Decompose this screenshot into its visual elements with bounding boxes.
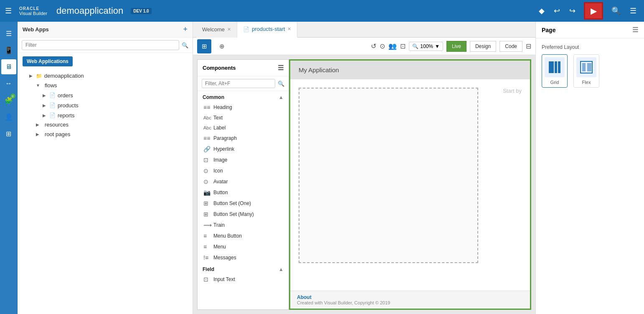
tab-welcome-close[interactable]: ✕ [227,27,231,32]
layout-icon[interactable]: ⊡ [400,42,406,50]
comp-button-set-one-label: Button Set (One) [213,200,251,206]
tab-welcome[interactable]: Welcome ✕ [196,22,237,38]
filter-input[interactable] [22,40,179,50]
comp-button-set-one-icon: ⊞ [203,200,210,207]
tree-folder-icon: 📁 [36,73,42,79]
puzzle-badge: 0 [10,94,15,99]
play-button[interactable]: ▶ [584,2,603,20]
iconbar-mobile[interactable]: 📱 [1,43,16,58]
toolbar-data-btn[interactable]: ⊕ [215,39,229,53]
tree-demoapplication[interactable]: ▶ 📁 demoapplication [18,71,193,80]
expand-icon[interactable]: ⊟ [526,42,531,50]
comp-label-label: Label [213,125,226,131]
comp-input-text-icon: ⊡ [203,276,210,283]
zoom-dropdown-icon[interactable]: ▼ [435,43,440,49]
comp-text[interactable]: Abc Text [198,113,289,123]
tree-arrow-products: ▶ [43,103,49,108]
zoom-search-icon: 🔍 [412,43,418,49]
live-button[interactable]: Live [446,41,467,52]
refresh-icon[interactable]: ↺ [371,42,376,50]
comp-icon[interactable]: ⊙ Icon [198,165,289,176]
undo-icon[interactable]: ↩ [551,4,563,18]
comp-messages[interactable]: !≡ Messages [198,252,289,263]
comp-hyperlink-icon: 🔗 [203,146,210,152]
right-panel: Page ☰ Preferred Layout Grid [535,22,644,314]
comp-train[interactable]: ⟿ Train [198,220,289,230]
canvas-footer-about[interactable]: About [297,294,523,300]
layout-flex-option[interactable]: Flex [573,54,599,88]
comp-input-text[interactable]: ⊡ Input Text [198,274,289,285]
users-icon[interactable]: 👥 [388,42,397,50]
section-field-collapse[interactable]: ▲ [279,266,284,272]
tree-resources-label: resources [45,122,188,128]
components-header: Components ☰ [198,60,289,76]
components-title: Components [203,65,236,71]
comp-paragraph[interactable]: ≡≡ Paragraph [198,133,289,144]
app-title: demoapplication [56,5,123,16]
comp-hyperlink[interactable]: 🔗 Hyperlink [198,144,289,154]
tree-reports-icon: 📄 [49,112,56,118]
tree-resources[interactable]: ▶ resources [18,120,193,129]
tree-arrow-flows: ▼ [36,83,43,88]
right-panel-menu-icon[interactable]: ☰ [632,26,638,34]
editor-area: Components ☰ 🔍 Common ▲ ≡≡ Heading [193,55,535,314]
device-icon[interactable]: ⊙ [380,42,385,50]
iconbar-nav[interactable]: ☰ [1,26,16,41]
section-common-collapse[interactable]: ▲ [279,94,284,100]
tree-orders-icon: 📄 [49,92,56,98]
iconbar-puzzle[interactable]: 🧩 0 [1,93,16,108]
comp-button-set-many-label: Button Set (Many) [213,211,254,217]
comp-label[interactable]: Abc Label [198,123,289,133]
tab-products-start[interactable]: 📄 products-start ✕ [237,22,297,38]
layout-grid-option[interactable]: Grid [542,54,568,88]
code-button[interactable]: Code [499,41,522,52]
tree-reports[interactable]: ▶ 📄 reports + [18,110,193,120]
comp-train-label: Train [213,222,225,228]
iconbar-user[interactable]: 👤 [1,109,16,124]
layout-grid-icon [545,57,565,77]
toolbar-components-btn[interactable]: ⊞ [197,39,211,53]
tree-root-pages[interactable]: ▶ root pages + [18,129,193,139]
tab-products-close[interactable]: ✕ [287,26,291,32]
tree-products[interactable]: ▶ 📄 products + [18,100,193,110]
redo-icon[interactable]: ↪ [567,4,578,18]
section-common-header: Common ▲ [198,91,289,102]
diamond-icon[interactable]: ◆ [536,4,547,18]
search-icon[interactable]: 🔍 [609,4,623,18]
comp-hyperlink-label: Hyperlink [213,146,234,152]
zoom-control[interactable]: 🔍 100% ▼ [409,42,443,51]
preferred-layout-section: Preferred Layout Grid [536,38,644,94]
comp-button-set-many[interactable]: ⊞ Button Set (Many) [198,209,289,220]
comp-heading[interactable]: ≡≡ Heading [198,102,289,113]
comp-avatar[interactable]: ⊙ Avatar [198,176,289,187]
components-filter-input[interactable] [202,79,275,88]
settings-icon[interactable]: ☰ [627,4,639,18]
comp-text-icon: Abc [203,115,210,120]
layout-options: Grid Flex [542,54,638,88]
components-list: Common ▲ ≡≡ Heading Abc Text Abc Label [198,91,289,309]
canvas-drop-zone[interactable] [299,88,478,263]
comp-menu-button[interactable]: ≡ Menu Button [198,230,289,241]
tree-arrow-root-pages: ▶ [36,132,43,137]
comp-button-set-one[interactable]: ⊞ Button Set (One) [198,198,289,209]
toolbar: ⊞ ⊕ ↺ ⊙ 👥 ⊡ 🔍 100% ▼ Live Design Code ⊟ [193,38,535,55]
components-menu-icon[interactable]: ☰ [278,64,284,72]
comp-messages-icon: !≡ [203,254,210,261]
add-webapp-button[interactable]: + [183,25,188,34]
iconbar-arrows[interactable]: ↔ [1,76,16,91]
comp-button[interactable]: 📷 Button [198,187,289,198]
comp-label-icon: Abc [203,125,210,130]
comp-image[interactable]: ⊡ Image [198,154,289,165]
iconbar-db[interactable]: ⊞ [1,126,16,141]
iconbar-web[interactable]: 🖥 [1,59,16,74]
tree-flows[interactable]: ▼ flows + [18,80,193,90]
comp-train-icon: ⟿ [203,222,210,228]
web-applications-button[interactable]: Web Applications [23,56,73,66]
tree-orders[interactable]: ▶ 📄 orders + [18,90,193,100]
design-button[interactable]: Design [470,41,496,52]
svg-rect-4 [582,63,586,71]
tab-welcome-label: Welcome [202,26,225,33]
comp-menu[interactable]: ≡ Menu [198,241,289,252]
hamburger-icon[interactable]: ☰ [5,6,12,15]
left-panel: Web Apps + 🔍 Web Applications ▶ 📁 demoap… [18,22,193,314]
